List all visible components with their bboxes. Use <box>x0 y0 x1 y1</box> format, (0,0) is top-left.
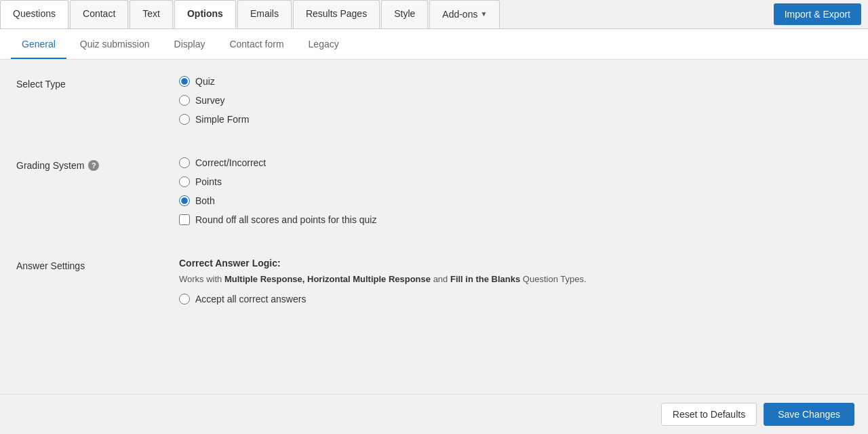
answer-settings-controls: Correct Answer Logic: Works with Multipl… <box>179 258 852 313</box>
grading-system-label: Grading System ? <box>16 157 179 171</box>
grading-system-controls: Correct/Incorrect Points Both Round off … <box>179 157 852 233</box>
radio-survey[interactable]: Survey <box>179 95 852 106</box>
tab-style[interactable]: Style <box>381 0 428 28</box>
correct-answer-logic-title: Correct Answer Logic: <box>179 258 852 269</box>
radio-correct-incorrect-input[interactable] <box>179 157 190 168</box>
radio-both-input[interactable] <box>179 195 190 206</box>
radio-simple-form-label: Simple Form <box>195 114 249 125</box>
radio-simple-form[interactable]: Simple Form <box>179 114 852 125</box>
subtab-legacy[interactable]: Legacy <box>298 29 350 59</box>
radio-correct-incorrect-label: Correct/Incorrect <box>195 157 266 168</box>
tab-results-pages[interactable]: Results Pages <box>293 0 380 28</box>
radio-survey-label: Survey <box>195 95 225 106</box>
tab-options[interactable]: Options <box>174 0 236 28</box>
tab-questions[interactable]: Questions <box>0 0 68 28</box>
tab-add-ons[interactable]: Add-ons ▼ <box>429 0 500 28</box>
tab-contact[interactable]: Contact <box>70 0 128 28</box>
grading-help-icon[interactable]: ? <box>88 160 99 171</box>
subtab-display[interactable]: Display <box>163 29 216 59</box>
subtab-contact-form[interactable]: Contact form <box>218 29 294 59</box>
radio-points-label: Points <box>195 176 222 187</box>
radio-quiz[interactable]: Quiz <box>179 76 852 87</box>
tab-text[interactable]: Text <box>130 0 173 28</box>
radio-accept-all-input[interactable] <box>179 294 190 304</box>
radio-accept-all[interactable]: Accept all correct answers <box>179 294 852 304</box>
dropdown-arrow-icon: ▼ <box>480 9 487 19</box>
tab-emails[interactable]: Emails <box>237 0 292 28</box>
select-type-controls: Quiz Survey Simple Form <box>179 76 852 133</box>
content-area: Select Type Quiz Survey Simple Form Grad… <box>0 60 868 392</box>
radio-both-label: Both <box>195 195 215 206</box>
top-nav-tabs: Questions Contact Text Options Emails Re… <box>0 0 501 28</box>
answer-settings-label: Answer Settings <box>16 258 179 271</box>
top-nav: Questions Contact Text Options Emails Re… <box>0 0 868 29</box>
checkbox-round-off-label: Round off all scores and points for this… <box>195 214 376 225</box>
radio-quiz-input[interactable] <box>179 76 190 87</box>
radio-accept-all-label: Accept all correct answers <box>195 294 306 304</box>
radio-both[interactable]: Both <box>179 195 852 206</box>
checkbox-round-off[interactable]: Round off all scores and points for this… <box>179 214 852 225</box>
sub-tabs: General Quiz submission Display Contact … <box>0 29 868 60</box>
checkbox-round-off-input[interactable] <box>179 214 190 225</box>
radio-quiz-label: Quiz <box>195 76 215 87</box>
select-type-row: Select Type Quiz Survey Simple Form <box>16 76 852 133</box>
correct-answer-logic-desc: Works with Multiple Response, Horizontal… <box>179 273 852 286</box>
grading-system-row: Grading System ? Correct/Incorrect Point… <box>16 157 852 233</box>
subtab-general[interactable]: General <box>11 29 66 59</box>
radio-survey-input[interactable] <box>179 95 190 106</box>
select-type-label: Select Type <box>16 76 179 90</box>
radio-points[interactable]: Points <box>179 176 852 187</box>
subtab-quiz-submission[interactable]: Quiz submission <box>69 29 161 59</box>
answer-settings-row: Answer Settings Correct Answer Logic: Wo… <box>16 258 852 313</box>
radio-correct-incorrect[interactable]: Correct/Incorrect <box>179 157 852 168</box>
radio-simple-form-input[interactable] <box>179 114 190 125</box>
import-export-button[interactable]: Import & Export <box>774 3 861 25</box>
radio-points-input[interactable] <box>179 176 190 187</box>
